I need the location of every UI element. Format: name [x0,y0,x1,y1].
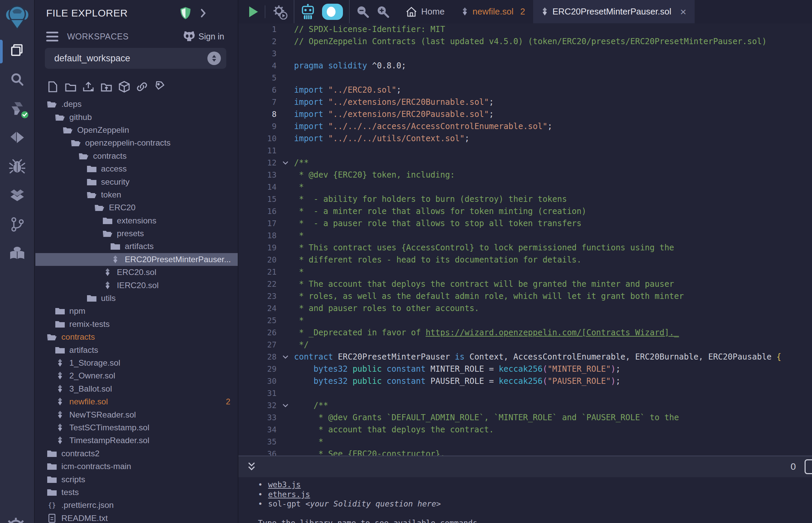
tree-row[interactable]: .deps [35,98,238,110]
code-line[interactable]: 19 * This contract uses {AccessControl} … [239,241,812,254]
code-line[interactable]: 11 [239,145,812,157]
terminal-header[interactable]: 0 [239,456,812,477]
tree-row[interactable]: icm-contracts-main [35,460,238,473]
collapse-panel-chevron-icon[interactable] [200,8,206,18]
settings-icon[interactable] [5,516,27,523]
code-line[interactable]: 3 [239,48,812,60]
tree-row[interactable]: newfile.sol2 [35,395,238,408]
code-line[interactable]: 6import "../ERC20.sol"; [239,84,812,96]
fold-chevron-icon[interactable] [277,161,294,165]
tree-row[interactable]: OpenZeppelin [35,124,238,137]
expand-terminal-icon[interactable] [247,461,256,472]
code-line[interactable]: 33 * @dev Grants `DEFAULT_ADMIN_ROLE`, `… [239,412,812,423]
tree-row[interactable]: ERC20 [35,201,238,214]
code-line[interactable]: 28contract ERC20PresetMinterPauser is Co… [239,351,812,363]
compile-and-run-icon[interactable] [272,4,288,20]
tree-row[interactable]: TestSCTimestamp.sol [35,421,238,434]
library-link[interactable]: ethers.js [268,490,310,499]
code-line[interactable]: 29 bytes32 public constant MINTER_ROLE =… [239,363,812,375]
tree-row[interactable]: contracts [35,150,238,162]
tree-row[interactable]: npm [35,305,238,318]
plugin-manager-icon[interactable] [8,245,27,262]
ai-copilot-toggle[interactable] [322,4,343,20]
tree-row[interactable]: 2_Owner.sol [35,369,238,382]
code-line[interactable]: 35 * [239,436,812,448]
tree-row[interactable]: IERC20.sol [35,279,238,291]
code-editor[interactable]: 1// SPDX-License-Identifier: MIT2// Open… [239,23,812,456]
tree-row[interactable]: 1_Storage.sol [35,357,238,369]
tree-row[interactable]: contracts2 [35,447,238,460]
github-sign-in-button[interactable]: Sign in [183,31,224,42]
code-line[interactable]: 12/** [239,157,812,169]
new-folder-icon[interactable] [65,81,76,92]
debugger-icon[interactable] [8,158,27,175]
workspace-select[interactable]: default_workspace [45,48,226,69]
code-line[interactable]: 15 * - ability for holders to burn (dest… [239,193,812,205]
tree-row[interactable]: 3_Ballot.sol [35,382,238,395]
tree-row[interactable]: openzeppelin-contracts [35,137,238,149]
tree-row[interactable]: scripts [35,473,238,486]
code-line[interactable]: 30 bytes32 public constant PAUSER_ROLE =… [239,375,812,387]
tree-row[interactable]: {}.prettierrc.json [35,499,238,511]
code-line[interactable]: 23 * roles, as well as the default admin… [239,290,812,302]
code-line[interactable]: 5 [239,72,812,84]
code-line[interactable]: 1// SPDX-License-Identifier: MIT [239,23,812,35]
zoom-out-icon[interactable] [356,5,369,19]
tab-erc20presetminterpauser[interactable]: ERC20PresetMinterPauser.sol × [533,0,694,23]
tree-row[interactable]: security [35,175,238,188]
zoom-in-icon[interactable] [376,5,389,19]
code-line[interactable]: 17 * - a pauser role that allows to stop… [239,217,812,230]
tree-row[interactable]: token [35,188,238,201]
tab-home[interactable]: Home [395,0,453,23]
code-line[interactable]: 20 * different roles - head to its docum… [239,254,812,266]
tree-row[interactable]: artifacts [35,343,238,356]
tree-row[interactable]: tests [35,486,238,499]
tree-row[interactable]: github [35,110,238,123]
upload-folder-icon[interactable] [101,81,112,92]
terminal-search-box[interactable] [805,459,812,474]
clone-repository-icon[interactable] [154,81,165,92]
tab-newfile[interactable]: newfile.sol 2 [453,0,533,23]
code-line[interactable]: 22 * The account that deploys the contra… [239,278,812,290]
code-line[interactable]: 10import "../../../utils/Context.sol"; [239,132,812,145]
tree-row[interactable]: README.txt [35,512,238,523]
fold-chevron-icon[interactable] [277,355,294,359]
tree-row[interactable]: presets [35,227,238,240]
tree-row[interactable]: remix-tests [35,318,238,330]
tree-row[interactable]: artifacts [35,240,238,253]
search-icon[interactable] [8,71,27,88]
code-line[interactable]: 32 /** [239,399,812,412]
tree-row[interactable]: TimestampReader.sol [35,434,238,447]
tree-row[interactable]: ERC20PresetMinterPauser... [35,253,238,266]
code-line[interactable]: 14 * [239,181,812,193]
tree-row[interactable]: contracts [35,330,238,343]
code-line[interactable]: 2// OpenZeppelin Contracts (last updated… [239,35,812,48]
import-from-ipfs-icon[interactable] [118,81,130,92]
code-line[interactable]: 36 * See {ERC20-constructor}. [239,448,812,456]
code-line[interactable]: 16 * - a minter role that allows for tok… [239,205,812,217]
tree-row[interactable]: extensions [35,214,238,227]
upload-file-icon[interactable] [83,81,94,92]
remix-logo-icon[interactable] [6,4,29,30]
code-line[interactable]: 24 * and pauser roles to other accounts. [239,302,812,314]
code-line[interactable]: 8import "../extensions/ERC20Pausable.sol… [239,108,812,120]
fold-chevron-icon[interactable] [277,404,294,408]
code-line[interactable]: 9import "../../../access/AccessControlEn… [239,120,812,132]
code-line[interactable]: 31 [239,387,812,399]
new-file-icon[interactable] [47,81,58,92]
code-line[interactable]: 4pragma solidity ^0.8.0; [239,60,812,72]
code-line[interactable]: 27 */ [239,339,812,351]
code-line[interactable]: 7import "../extensions/ERC20Burnable.sol… [239,96,812,108]
code-line[interactable]: 18 * [239,230,812,241]
ai-copilot-robot-icon[interactable] [300,4,315,20]
code-line[interactable]: 34 * account that deploys the contract. [239,423,812,436]
file-explorer-icon[interactable] [8,42,27,59]
deploy-and-run-icon[interactable] [8,129,27,146]
git-icon[interactable] [8,216,27,233]
close-tab-icon[interactable]: × [680,6,687,17]
workspaces-menu-icon[interactable] [46,32,58,41]
run-script-button[interactable] [249,6,258,17]
tree-row[interactable]: utils [35,292,238,305]
code-line[interactable]: 26 * _Deprecated in favor of https://wiz… [239,327,812,339]
code-line[interactable]: 21 * [239,266,812,278]
